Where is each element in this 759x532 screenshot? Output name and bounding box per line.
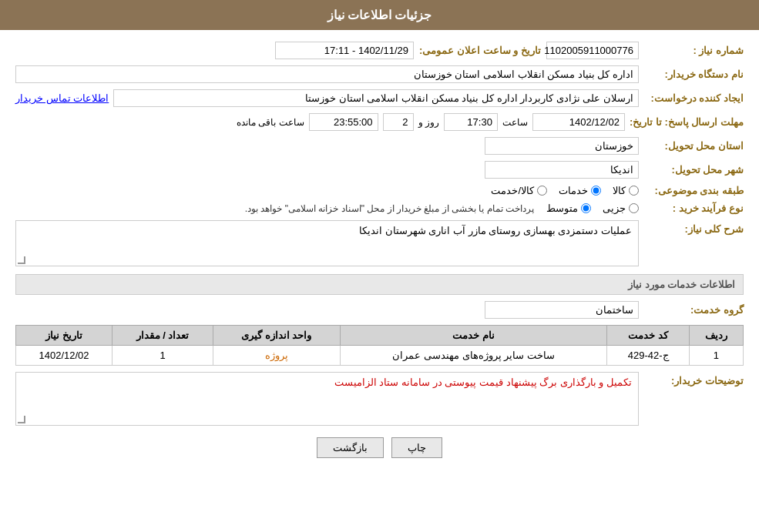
gorohe-value: ساختمان bbox=[485, 301, 639, 319]
radio-jozi[interactable] bbox=[629, 203, 639, 213]
saat-value: 17:30 bbox=[444, 113, 498, 131]
ostan-label: استان محل تحویل: bbox=[643, 140, 744, 152]
services-table-container: ردیف کد خدمت نام خدمت واحد اندازه گیری ت… bbox=[15, 325, 744, 366]
tarikho-saat-label: تاریخ و ساعت اعلان عمومی: bbox=[418, 45, 542, 56]
toshihat-box: تکمیل و بارگذاری برگ پیشنهاد قیمت پیوستی… bbox=[15, 372, 639, 426]
resize-handle-2 bbox=[18, 416, 25, 423]
radio-kala-label: کالا bbox=[613, 185, 626, 196]
sharh-value: عملیات دستمزدی بهسازی روستای مازر آب انا… bbox=[15, 220, 639, 266]
chap-button[interactable]: چاپ bbox=[391, 437, 442, 458]
shahr-value: اندیکا bbox=[485, 161, 639, 179]
page-header: جزئیات اطلاعات نیاز bbox=[0, 0, 759, 30]
nam-dasgah-value: اداره کل بنیاد مسکن انقلاب اسلامی استان … bbox=[15, 65, 639, 83]
saat-baghi-value: 23:55:00 bbox=[309, 113, 378, 131]
sharh-label: شرح کلی نیاز: bbox=[643, 223, 744, 235]
toshihat-value: تکمیل و بارگذاری برگ پیشنهاد قیمت پیوستی… bbox=[334, 376, 632, 388]
rooz-label: روز و bbox=[418, 117, 439, 128]
page-title: جزئیات اطلاعات نیاز bbox=[327, 8, 432, 22]
radio-motosat-group: متوسط bbox=[546, 202, 591, 214]
resize-handle bbox=[18, 256, 25, 264]
col-kod: کد خدمت bbox=[607, 326, 689, 346]
nam-dasgah-label: نام دستگاه خریدار: bbox=[643, 69, 744, 80]
rooz-value: 2 bbox=[383, 113, 414, 131]
col-vahed: واحد اندازه گیری bbox=[213, 326, 340, 346]
shomara-niaz-value: 1102005911000776 bbox=[546, 42, 639, 59]
ijad-link[interactable]: اطلاعات تماس خریدار bbox=[15, 92, 109, 104]
cell-name: ساخت سایر پروژه‌های مهندسی عمران bbox=[340, 346, 607, 366]
radio-jozi-group: جزیی bbox=[603, 202, 639, 214]
noefrayand-label: نوع فرآیند خرید : bbox=[643, 202, 744, 214]
tabaqe-radios: کالا/خدمت خدمات کالا bbox=[491, 185, 639, 196]
date-value: 1402/12/02 bbox=[532, 113, 625, 131]
cell-tedad: 1 bbox=[113, 346, 213, 366]
buttons-row: چاپ بازگشت bbox=[15, 437, 744, 458]
radio-khadamat-label: خدمات bbox=[559, 185, 588, 196]
radio-kala-khadamat-group: کالا/خدمت bbox=[491, 185, 547, 196]
radio-kala-khadamat-label: کالا/خدمت bbox=[491, 185, 534, 196]
cell-tarikh: 1402/12/02 bbox=[16, 346, 113, 366]
radio-kala[interactable] bbox=[629, 186, 639, 196]
cell-vahed: پروژه bbox=[213, 346, 340, 366]
saat-baghi-label: ساعت باقی مانده bbox=[237, 117, 304, 128]
radio-khadamat-group: خدمات bbox=[559, 185, 601, 196]
ostan-value: خوزستان bbox=[485, 137, 639, 155]
radio-kala-group: کالا bbox=[613, 185, 639, 196]
shahr-label: شهر محل تحویل: bbox=[643, 164, 744, 176]
frayand-radios: متوسط جزیی bbox=[546, 202, 639, 214]
radio-kala-khadamat[interactable] bbox=[537, 186, 547, 196]
ijad-value: ارسلان علی نژادی کاربردار اداره کل بنیاد… bbox=[113, 89, 639, 107]
tabaqe-label: طبقه بندی موضوعی: bbox=[643, 185, 744, 196]
col-tedad: تعداد / مقدار bbox=[113, 326, 213, 346]
shomara-niaz-label: شماره نیاز : bbox=[643, 45, 744, 56]
radio-motosat[interactable] bbox=[581, 203, 591, 213]
cell-kod: ج-42-429 bbox=[607, 346, 689, 366]
radio-jozi-label: جزیی bbox=[603, 202, 626, 214]
radio-motosat-label: متوسط bbox=[546, 202, 578, 214]
tarikho-saat-value: 1402/11/29 - 17:11 bbox=[275, 42, 414, 59]
radio-khadamat[interactable] bbox=[591, 186, 601, 196]
mohlat-label: مهلت ارسال پاسخ: تا تاریخ: bbox=[630, 116, 744, 128]
gorohe-label: گروه خدمت: bbox=[643, 304, 744, 316]
frayand-note: پرداخت تمام یا بخشی از مبلغ خریدار از مح… bbox=[245, 203, 534, 214]
col-name: نام خدمت bbox=[340, 326, 607, 346]
bazgasht-button[interactable]: بازگشت bbox=[317, 437, 384, 458]
cell-radif: 1 bbox=[689, 346, 743, 366]
services-table: ردیف کد خدمت نام خدمت واحد اندازه گیری ت… bbox=[15, 325, 744, 366]
ijad-label: ایجاد کننده درخواست: bbox=[643, 92, 744, 104]
col-tarikh: تاریخ نیاز bbox=[16, 326, 113, 346]
col-radif: ردیف bbox=[689, 326, 743, 346]
table-row: 1ج-42-429ساخت سایر پروژه‌های مهندسی عمرا… bbox=[16, 346, 744, 366]
toshihat-label: توضیحات خریدار: bbox=[643, 375, 744, 386]
saat-label: ساعت bbox=[502, 117, 528, 128]
khadamat-section-header: اطلاعات خدمات مورد نیاز bbox=[15, 274, 744, 295]
